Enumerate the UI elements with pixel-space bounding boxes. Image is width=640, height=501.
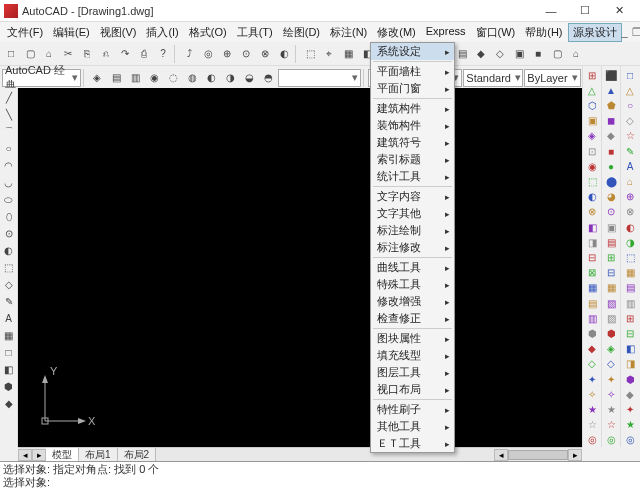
menu-item-4-0[interactable]: 曲线工具▸ — [371, 259, 454, 276]
right-tool-2-6[interactable]: A — [622, 159, 638, 173]
toolbar-btn-2[interactable]: ⌂ — [40, 45, 58, 63]
window-close[interactable]: ✕ — [602, 1, 636, 21]
right-tool-0-7[interactable]: ⬚ — [584, 174, 600, 188]
right-tool-2-8[interactable]: ⊕ — [622, 190, 638, 204]
draw-tool-6[interactable]: ⬭ — [1, 192, 16, 207]
menu-item-3-0[interactable]: 文字内容▸ — [371, 188, 454, 205]
menu-5[interactable]: 工具(T) — [232, 23, 278, 42]
right-tool-0-4[interactable]: ◈ — [584, 129, 600, 143]
layer-tool-8[interactable]: ◒ — [240, 69, 258, 87]
right-tool-1-22[interactable]: ★ — [603, 402, 619, 416]
window-minimize[interactable]: — — [534, 1, 568, 21]
layer-tool-5[interactable]: ◍ — [183, 69, 201, 87]
right-tool-0-19[interactable]: ◇ — [584, 357, 600, 371]
menu-item-4-3[interactable]: 检查修正▸ — [371, 310, 454, 327]
right-tool-0-24[interactable]: ◎ — [584, 433, 600, 447]
draw-tool-17[interactable]: ⬢ — [1, 379, 16, 394]
right-tool-0-23[interactable]: ☆ — [584, 418, 600, 432]
toolbar-btn-17[interactable]: ⬚ — [301, 45, 319, 63]
right-tool-2-23[interactable]: ★ — [622, 418, 638, 432]
draw-tool-14[interactable]: ▦ — [1, 328, 16, 343]
menu-item-1-0[interactable]: 平面墙柱▸ — [371, 63, 454, 80]
menu-item-3-2[interactable]: 标注绘制▸ — [371, 222, 454, 239]
right-tool-0-21[interactable]: ✧ — [584, 387, 600, 401]
draw-tool-11[interactable]: ◇ — [1, 277, 16, 292]
menu-4[interactable]: 格式(O) — [184, 23, 232, 42]
mdi-minimize[interactable]: _ — [622, 26, 628, 39]
right-tool-1-15[interactable]: ▧ — [603, 296, 619, 310]
right-tool-2-20[interactable]: ⬢ — [622, 372, 638, 386]
layer-tool-0[interactable]: ◈ — [88, 69, 106, 87]
right-tool-2-21[interactable]: ◆ — [622, 387, 638, 401]
right-tool-1-1[interactable]: ▲ — [603, 83, 619, 97]
right-tool-2-2[interactable]: ○ — [622, 98, 638, 112]
window-maximize[interactable]: ☐ — [568, 1, 602, 21]
layer-tool-3[interactable]: ◉ — [145, 69, 163, 87]
menu-3[interactable]: 插入(I) — [141, 23, 183, 42]
right-tool-2-12[interactable]: ⬚ — [622, 250, 638, 264]
right-tool-2-10[interactable]: ◐ — [622, 220, 638, 234]
right-tool-1-14[interactable]: ▦ — [603, 281, 619, 295]
right-tool-1-18[interactable]: ◈ — [603, 342, 619, 356]
bylayer-combo-1[interactable]: ByLayer▾ — [524, 69, 580, 87]
draw-tool-12[interactable]: ✎ — [1, 294, 16, 309]
toolbar-btn-30[interactable]: ▢ — [548, 45, 566, 63]
layer-tool-6[interactable]: ◐ — [202, 69, 220, 87]
menu-item-2-4[interactable]: 统计工具▸ — [371, 168, 454, 185]
menu-item-1-1[interactable]: 平面门窗▸ — [371, 80, 454, 97]
toolbar-btn-3[interactable]: ✂ — [59, 45, 77, 63]
menu-7[interactable]: 标注(N) — [325, 23, 372, 42]
right-tool-1-21[interactable]: ✧ — [603, 387, 619, 401]
right-tool-1-7[interactable]: ⬤ — [603, 174, 619, 188]
drawing-canvas[interactable] — [18, 88, 582, 447]
right-tool-1-13[interactable]: ⊟ — [603, 266, 619, 280]
draw-tool-8[interactable]: ⊙ — [1, 226, 16, 241]
draw-tool-1[interactable]: ╲ — [1, 107, 16, 122]
toolbar-btn-7[interactable]: ⎙ — [135, 45, 153, 63]
right-tool-1-24[interactable]: ◎ — [603, 433, 619, 447]
right-tool-0-6[interactable]: ◉ — [584, 159, 600, 173]
right-tool-0-12[interactable]: ⊟ — [584, 250, 600, 264]
toolbar-btn-28[interactable]: ▣ — [510, 45, 528, 63]
toolbar-btn-26[interactable]: ◆ — [472, 45, 490, 63]
draw-tool-4[interactable]: ◠ — [1, 158, 16, 173]
right-tool-1-4[interactable]: ◆ — [603, 129, 619, 143]
menu-item-3-3[interactable]: 标注修改▸ — [371, 239, 454, 256]
right-tool-1-9[interactable]: ⊙ — [603, 205, 619, 219]
toolbar-btn-14[interactable]: ⊗ — [256, 45, 274, 63]
right-tool-2-14[interactable]: ▤ — [622, 281, 638, 295]
toolbar-btn-0[interactable]: □ — [2, 45, 20, 63]
toolbar-btn-12[interactable]: ⊕ — [218, 45, 236, 63]
right-tool-2-18[interactable]: ◧ — [622, 342, 638, 356]
right-tool-0-15[interactable]: ▤ — [584, 296, 600, 310]
layer-tool-9[interactable]: ◓ — [259, 69, 277, 87]
draw-tool-3[interactable]: ○ — [1, 141, 16, 156]
toolbar-btn-8[interactable]: ? — [154, 45, 172, 63]
right-tool-0-9[interactable]: ⊗ — [584, 205, 600, 219]
right-tool-2-24[interactable]: ◎ — [622, 433, 638, 447]
right-tool-1-6[interactable]: ● — [603, 159, 619, 173]
toolbar-btn-27[interactable]: ◇ — [491, 45, 509, 63]
layout-tab-2[interactable]: 布局2 — [118, 448, 157, 462]
mdi-restore[interactable]: ❐ — [632, 26, 640, 39]
menu-item-0-0[interactable]: 系统设定▸ — [371, 43, 454, 60]
draw-tool-5[interactable]: ◡ — [1, 175, 16, 190]
toolbar-btn-11[interactable]: ◎ — [199, 45, 217, 63]
menu-item-4-1[interactable]: 特殊工具▸ — [371, 276, 454, 293]
menu-item-6-1[interactable]: 其他工具▸ — [371, 418, 454, 435]
right-tool-2-7[interactable]: ⌂ — [622, 174, 638, 188]
tab-scroll-left[interactable]: ◂ — [18, 449, 32, 461]
right-tool-1-19[interactable]: ◇ — [603, 357, 619, 371]
draw-tool-0[interactable]: ╱ — [1, 90, 16, 105]
right-tool-0-11[interactable]: ◨ — [584, 235, 600, 249]
right-tool-0-2[interactable]: ⬡ — [584, 98, 600, 112]
right-tool-0-1[interactable]: △ — [584, 83, 600, 97]
toolbar-btn-6[interactable]: ↷ — [116, 45, 134, 63]
menu-item-2-2[interactable]: 建筑符号▸ — [371, 134, 454, 151]
right-tool-1-20[interactable]: ✦ — [603, 372, 619, 386]
right-tool-2-1[interactable]: △ — [622, 83, 638, 97]
right-tool-0-10[interactable]: ◧ — [584, 220, 600, 234]
hscroll-thumb[interactable] — [508, 450, 568, 460]
toolbar-btn-18[interactable]: ⌖ — [320, 45, 338, 63]
toolbar-btn-19[interactable]: ▦ — [339, 45, 357, 63]
